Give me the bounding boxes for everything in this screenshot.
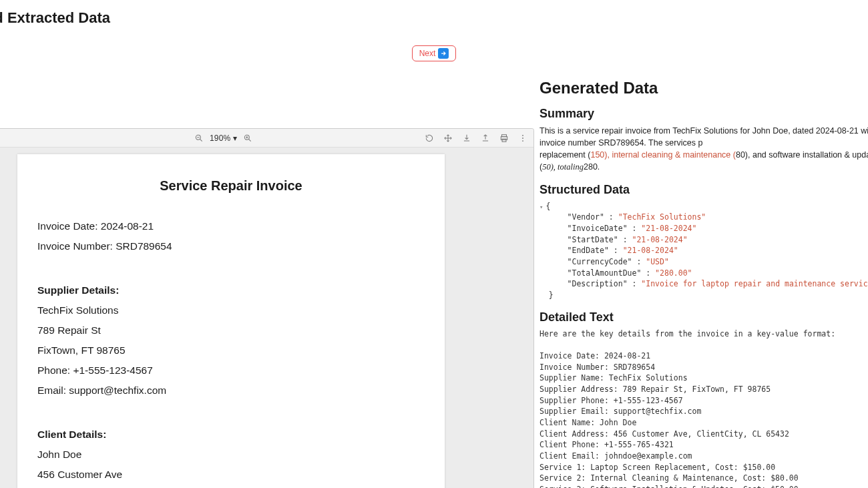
- client-header: Client Details:: [37, 429, 425, 441]
- supplier-email: Email: support@techfix.com: [37, 385, 425, 397]
- svg-point-7: [522, 140, 523, 142]
- summary-val1: 150), internal cleaning & maintenance (: [590, 150, 736, 160]
- supplier-header: Supplier Details:: [37, 284, 425, 296]
- document-title: Service Repair Invoice: [37, 178, 425, 194]
- summary-line2a: replacement (: [539, 150, 590, 160]
- zoom-level[interactable]: 190% ▾: [210, 134, 237, 143]
- summary-val2: 50),: [542, 162, 558, 172]
- move-icon[interactable]: [443, 133, 453, 144]
- pdf-toolbar: 190% ▾: [0, 129, 533, 148]
- summary-tail: 280.: [584, 162, 600, 172]
- page-title: te and Extracted Data: [0, 0, 868, 27]
- summary-math: totaling: [558, 162, 584, 172]
- summary-title: Summary: [539, 107, 868, 121]
- supplier-addr2: FixTown, FT 98765: [37, 344, 425, 356]
- print-icon[interactable]: [499, 133, 509, 144]
- download-icon[interactable]: [461, 133, 472, 144]
- generated-panel: Generated Data Summary This is a service…: [534, 68, 868, 488]
- generated-title: Generated Data: [539, 79, 868, 97]
- invoice-number-line: Invoice Number: SRD789654: [37, 240, 425, 252]
- zoom-out-icon[interactable]: [194, 133, 204, 144]
- svg-rect-4: [502, 139, 506, 142]
- pdf-page: Service Repair Invoice Invoice Date: 202…: [17, 154, 445, 488]
- supplier-addr1: 789 Repair St: [37, 324, 425, 336]
- json-block: ▾{ "Vendor" : "TechFix Solutions" "Invoi…: [539, 201, 868, 301]
- pdf-viewer: 190% ▾: [0, 128, 534, 488]
- client-addr1: 456 Customer Ave: [37, 469, 425, 481]
- summary-text: This is a service repair invoice from Te…: [539, 125, 868, 174]
- svg-point-5: [522, 134, 523, 136]
- rotate-icon[interactable]: [424, 133, 435, 144]
- supplier-name: TechFix Solutions: [37, 304, 425, 316]
- invoice-date-line: Invoice Date: 2024-08-21: [37, 220, 425, 232]
- more-icon[interactable]: [517, 133, 528, 144]
- pdf-body[interactable]: Service Repair Invoice Invoice Date: 202…: [0, 148, 533, 488]
- detailed-text: Here are the key details from the invoic…: [539, 328, 868, 488]
- detailed-title: Detailed Text: [539, 310, 868, 324]
- svg-point-6: [522, 138, 523, 139]
- supplier-phone: Phone: +1-555-123-4567: [37, 364, 425, 377]
- next-button-label: Next: [419, 49, 436, 58]
- upload-icon[interactable]: [480, 133, 491, 144]
- next-button[interactable]: Next: [412, 45, 457, 61]
- summary-line1: This is a service repair invoice from Te…: [539, 126, 868, 148]
- arrow-right-icon: [438, 48, 449, 59]
- client-name: John Doe: [37, 449, 425, 461]
- structured-title: Structured Data: [539, 183, 868, 197]
- zoom-in-icon[interactable]: [242, 133, 253, 144]
